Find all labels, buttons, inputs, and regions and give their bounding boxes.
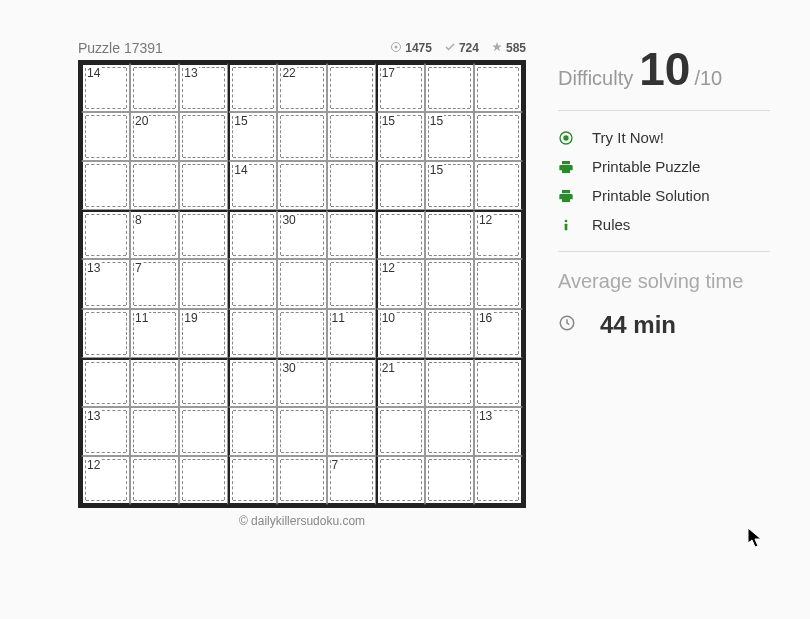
grid-cell[interactable]: 21 bbox=[376, 358, 425, 407]
grid-cell[interactable]: 10 bbox=[376, 309, 425, 358]
grid-cell[interactable]: 30 bbox=[277, 358, 326, 407]
grid-cell[interactable] bbox=[228, 358, 277, 407]
grid-cell[interactable]: 14 bbox=[228, 161, 277, 210]
grid-cell[interactable] bbox=[327, 210, 376, 259]
printable-puzzle-link[interactable]: Printable Puzzle bbox=[558, 158, 770, 175]
grid-cell[interactable]: 19 bbox=[179, 309, 228, 358]
try-it-now-link[interactable]: Try It Now! bbox=[558, 129, 770, 146]
printable-solution-link[interactable]: Printable Solution bbox=[558, 187, 770, 204]
rules-link[interactable]: Rules bbox=[558, 216, 770, 233]
sudoku-grid[interactable]: 1413221720151515141583012137121119111016… bbox=[78, 60, 526, 508]
check-icon bbox=[444, 41, 456, 56]
grid-cell[interactable] bbox=[228, 456, 277, 505]
difficulty-label: Difficulty bbox=[558, 67, 633, 90]
grid-cell[interactable] bbox=[228, 407, 277, 456]
cage-sum: 15 bbox=[429, 114, 444, 128]
grid-cell[interactable] bbox=[425, 358, 474, 407]
grid-cell[interactable]: 13 bbox=[179, 63, 228, 112]
grid-cell[interactable] bbox=[130, 358, 179, 407]
cage-sum: 10 bbox=[381, 311, 396, 325]
grid-cell[interactable] bbox=[81, 358, 130, 407]
grid-cell[interactable] bbox=[327, 161, 376, 210]
grid-cell[interactable] bbox=[228, 210, 277, 259]
grid-cell[interactable] bbox=[179, 456, 228, 505]
print-icon bbox=[558, 159, 574, 175]
grid-cell[interactable] bbox=[81, 210, 130, 259]
divider bbox=[558, 251, 770, 252]
grid-cell[interactable] bbox=[474, 112, 523, 161]
grid-cell[interactable] bbox=[425, 210, 474, 259]
grid-cell[interactable] bbox=[277, 259, 326, 308]
grid-cell[interactable]: 16 bbox=[474, 309, 523, 358]
grid-cell[interactable] bbox=[327, 63, 376, 112]
grid-cell[interactable] bbox=[130, 161, 179, 210]
grid-cell[interactable]: 15 bbox=[425, 112, 474, 161]
grid-cell[interactable] bbox=[130, 63, 179, 112]
grid-cell[interactable] bbox=[474, 259, 523, 308]
grid-cell[interactable] bbox=[474, 358, 523, 407]
grid-cell[interactable]: 13 bbox=[81, 407, 130, 456]
grid-cell[interactable] bbox=[376, 456, 425, 505]
grid-cell[interactable]: 20 bbox=[130, 112, 179, 161]
grid-cell[interactable] bbox=[277, 161, 326, 210]
grid-cell[interactable] bbox=[130, 407, 179, 456]
grid-cell[interactable] bbox=[425, 456, 474, 505]
grid-cell[interactable]: 13 bbox=[474, 407, 523, 456]
cage-sum: 12 bbox=[478, 213, 493, 227]
grid-cell[interactable] bbox=[81, 161, 130, 210]
grid-cell[interactable] bbox=[179, 259, 228, 308]
grid-cell[interactable]: 30 bbox=[277, 210, 326, 259]
grid-cell[interactable] bbox=[474, 456, 523, 505]
grid-cell[interactable] bbox=[327, 407, 376, 456]
grid-cell[interactable] bbox=[228, 259, 277, 308]
grid-cell[interactable] bbox=[327, 259, 376, 308]
grid-cell[interactable] bbox=[425, 63, 474, 112]
cage-sum: 13 bbox=[183, 66, 198, 80]
grid-cell[interactable] bbox=[228, 63, 277, 112]
grid-cell[interactable]: 8 bbox=[130, 210, 179, 259]
grid-cell[interactable] bbox=[376, 407, 425, 456]
grid-cell[interactable]: 12 bbox=[474, 210, 523, 259]
grid-cell[interactable] bbox=[277, 456, 326, 505]
grid-cell[interactable]: 22 bbox=[277, 63, 326, 112]
grid-cell[interactable] bbox=[179, 210, 228, 259]
cage-sum: 14 bbox=[233, 163, 248, 177]
grid-cell[interactable] bbox=[277, 112, 326, 161]
grid-cell[interactable] bbox=[179, 112, 228, 161]
grid-cell[interactable] bbox=[327, 358, 376, 407]
cage-sum: 11 bbox=[134, 311, 149, 325]
grid-cell[interactable] bbox=[376, 161, 425, 210]
grid-cell[interactable] bbox=[474, 161, 523, 210]
grid-cell[interactable]: 14 bbox=[81, 63, 130, 112]
grid-cell[interactable]: 17 bbox=[376, 63, 425, 112]
grid-cell[interactable]: 11 bbox=[130, 309, 179, 358]
grid-cell[interactable] bbox=[277, 309, 326, 358]
grid-cell[interactable] bbox=[228, 309, 277, 358]
grid-cell[interactable] bbox=[474, 63, 523, 112]
grid-cell[interactable]: 7 bbox=[130, 259, 179, 308]
cage-sum: 15 bbox=[381, 114, 396, 128]
grid-cell[interactable]: 15 bbox=[228, 112, 277, 161]
grid-cell[interactable] bbox=[327, 112, 376, 161]
grid-cell[interactable] bbox=[81, 112, 130, 161]
grid-cell[interactable] bbox=[179, 358, 228, 407]
grid-cell[interactable]: 13 bbox=[81, 259, 130, 308]
grid-cell[interactable]: 12 bbox=[81, 456, 130, 505]
grid-cell[interactable] bbox=[179, 407, 228, 456]
grid-cell[interactable] bbox=[277, 407, 326, 456]
grid-cell[interactable] bbox=[130, 456, 179, 505]
grid-cell[interactable] bbox=[81, 309, 130, 358]
grid-cell[interactable] bbox=[425, 309, 474, 358]
grid-cell[interactable] bbox=[179, 161, 228, 210]
cage-sum: 7 bbox=[331, 458, 340, 472]
grid-cell[interactable] bbox=[425, 259, 474, 308]
difficulty-row: Difficulty 10/10 bbox=[558, 46, 770, 92]
cage-sum: 13 bbox=[86, 261, 101, 275]
grid-cell[interactable]: 7 bbox=[327, 456, 376, 505]
grid-cell[interactable]: 15 bbox=[376, 112, 425, 161]
grid-cell[interactable] bbox=[376, 210, 425, 259]
grid-cell[interactable]: 15 bbox=[425, 161, 474, 210]
grid-cell[interactable] bbox=[425, 407, 474, 456]
grid-cell[interactable]: 11 bbox=[327, 309, 376, 358]
grid-cell[interactable]: 12 bbox=[376, 259, 425, 308]
